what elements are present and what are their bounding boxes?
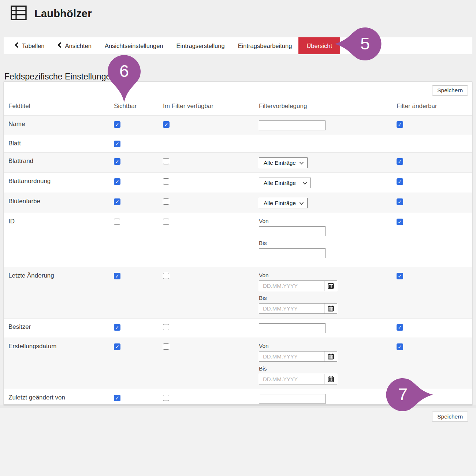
calendar-button[interactable] (324, 303, 337, 314)
im-filter-checkbox-unchecked[interactable] (163, 324, 169, 330)
date-input[interactable] (259, 303, 324, 314)
select-value: Alle Einträge (264, 180, 296, 186)
cell-filter-aenderbar: ✓ (397, 272, 472, 280)
filter-preset-select[interactable]: Alle Einträge (259, 178, 311, 188)
date-input[interactable] (259, 351, 324, 362)
cell-filtervorbelegung: Alle Einträge (259, 178, 397, 188)
im-filter-checkbox-checked[interactable]: ✓ (163, 121, 170, 128)
filter-aenderbar-checkbox-checked[interactable]: ✓ (397, 343, 403, 350)
sichtbar-checkbox-checked[interactable]: ✓ (114, 395, 120, 401)
sichtbar-checkbox-checked[interactable]: ✓ (114, 273, 120, 279)
field-title: Besitzer (8, 323, 114, 331)
cell-filtervorbelegung (259, 323, 397, 333)
filter-preset-range-input[interactable] (259, 248, 326, 258)
chevron-down-icon (299, 160, 304, 166)
nav-item-ansichten[interactable]: Ansichten (57, 42, 91, 49)
nav-item-label: Eintragserstellung (176, 42, 225, 49)
cell-filtervorbelegung: VonBis (259, 218, 397, 258)
chevron-down-icon (299, 200, 304, 207)
field-title: Blatt (8, 140, 114, 147)
date-input[interactable] (259, 280, 324, 291)
filter-preset-select[interactable]: Alle Einträge (259, 198, 308, 208)
cell-sichtbar: ✓ (114, 178, 163, 185)
filter-aenderbar-checkbox-checked[interactable]: ✓ (397, 219, 403, 225)
nav-item-ansichtseinstellungen[interactable]: Ansichtseinstellungen (105, 42, 163, 49)
calendar-button[interactable] (324, 374, 337, 384)
range-von-label: Von (259, 218, 397, 224)
filter-aenderbar-checkbox-checked[interactable]: ✓ (397, 158, 403, 165)
cell-sichtbar (114, 218, 163, 227)
cell-sichtbar: ✓ (114, 394, 163, 402)
date-input-group (259, 303, 397, 314)
table-row: IDVonBis✓ (4, 213, 472, 267)
cell-filter-aenderbar: ✓ (397, 343, 472, 350)
filter-preset-range: VonBis (259, 218, 397, 258)
filter-aenderbar-checkbox-checked[interactable]: ✓ (397, 273, 403, 279)
nav-item-tabellen[interactable]: Tabellen (15, 42, 44, 49)
cell-im-filter (163, 323, 259, 332)
sichtbar-checkbox-checked[interactable]: ✓ (114, 158, 120, 165)
sichtbar-checkbox-checked[interactable]: ✓ (114, 324, 120, 331)
table-row: Name✓✓✓ (4, 115, 472, 135)
table-row: Blattrand✓Alle Einträge✓ (4, 152, 472, 172)
sichtbar-checkbox-checked[interactable]: ✓ (114, 121, 120, 128)
filter-aenderbar-checkbox-checked[interactable]: ✓ (397, 178, 403, 185)
nav-item-eintragsbearbeitung[interactable]: Eintragsbearbeitung (238, 42, 292, 49)
table-row: Erstellungsdatum✓VonBis✓ (4, 338, 472, 389)
im-filter-checkbox-unchecked[interactable] (163, 178, 169, 185)
field-title: Blattrand (8, 157, 114, 165)
im-filter-checkbox-unchecked[interactable] (163, 343, 169, 350)
save-button-bottom[interactable]: Speichern (432, 412, 468, 422)
page-title: Laubhölzer (34, 8, 92, 20)
sichtbar-checkbox-unchecked[interactable] (114, 219, 120, 225)
field-title: ID (8, 218, 114, 225)
chevron-down-icon (302, 180, 307, 186)
cell-im-filter (163, 394, 259, 403)
nav-item-eintragserstellung[interactable]: Eintragserstellung (176, 42, 225, 49)
date-input[interactable] (259, 374, 324, 384)
cell-filter-aenderbar: ✓ (397, 394, 472, 402)
calendar-button[interactable] (324, 280, 337, 291)
im-filter-checkbox-unchecked[interactable] (163, 395, 169, 401)
im-filter-checkbox-unchecked[interactable] (163, 198, 169, 205)
filter-aenderbar-checkbox-checked[interactable]: ✓ (397, 395, 403, 401)
cell-im-filter (163, 218, 259, 227)
cell-sichtbar: ✓ (114, 157, 163, 165)
sichtbar-checkbox-checked[interactable]: ✓ (114, 178, 120, 185)
save-button-top[interactable]: Speichern (432, 85, 468, 96)
filter-preset-input[interactable] (259, 120, 326, 130)
filter-preset-input[interactable] (259, 394, 326, 404)
calendar-button[interactable] (324, 351, 337, 362)
sichtbar-checkbox-checked[interactable]: ✓ (114, 198, 120, 205)
field-title: Blattanordnung (8, 178, 114, 185)
range-bis-label: Bis (259, 295, 397, 301)
field-title: Letzte Änderung (8, 272, 114, 279)
column-header-1: Sichtbar (114, 103, 163, 110)
cell-filter-aenderbar: ✓ (397, 120, 472, 128)
filter-preset-select[interactable]: Alle Einträge (259, 157, 308, 168)
cell-filter-aenderbar: ✓ (397, 178, 472, 185)
table-grid-icon (10, 5, 27, 22)
filter-preset-range-input[interactable] (259, 226, 326, 236)
filter-aenderbar-checkbox-checked[interactable]: ✓ (397, 324, 403, 331)
column-header-0: Feldtitel (8, 103, 114, 110)
im-filter-checkbox-unchecked[interactable] (163, 273, 169, 279)
sichtbar-checkbox-checked[interactable]: ✓ (114, 343, 120, 350)
table-row: Blattanordnung✓Alle Einträge✓ (4, 172, 472, 193)
nav-item-uebersicht[interactable]: Übersicht (298, 37, 340, 54)
cell-filtervorbelegung: Alle Einträge (259, 157, 397, 168)
range-bis-label: Bis (259, 365, 397, 372)
sichtbar-checkbox-checked[interactable]: ✓ (114, 141, 120, 147)
filter-aenderbar-checkbox-checked[interactable]: ✓ (397, 198, 403, 205)
cell-sichtbar: ✓ (114, 343, 163, 350)
filter-aenderbar-checkbox-checked[interactable]: ✓ (397, 121, 403, 128)
im-filter-checkbox-unchecked[interactable] (163, 219, 169, 225)
date-input-group (259, 351, 397, 362)
calendar-icon (328, 376, 334, 382)
section-heading: Feldspezifische Einstellungen (4, 72, 115, 82)
im-filter-checkbox-unchecked[interactable] (163, 158, 169, 164)
cell-im-filter (163, 343, 259, 352)
cell-filtervorbelegung: VonBis (259, 272, 397, 314)
filter-preset-input[interactable] (259, 323, 326, 333)
cell-sichtbar: ✓ (114, 120, 163, 128)
